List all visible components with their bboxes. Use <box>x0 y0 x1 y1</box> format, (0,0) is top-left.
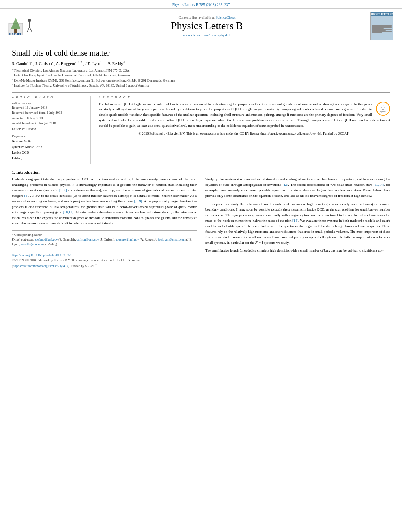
ref-15[interactable]: [15] <box>292 219 298 222</box>
available-date: Available online 31 August 2018 <box>12 121 85 126</box>
kw-2: Quantum Monte Carlo <box>12 144 85 150</box>
authors-line: S. Gandolfia , J. Carlsona , A. Roggeroa… <box>12 61 390 66</box>
kw-3: Lattice QCD <box>12 150 85 155</box>
divider-1 <box>12 92 390 93</box>
editor-line: Editor: W. Haxton <box>12 126 85 132</box>
author4: , J.E. Lynn <box>83 61 101 66</box>
author1-sup: a <box>31 61 32 64</box>
svg-text:ELSEVIER: ELSEVIER <box>9 33 22 35</box>
thumb-title: PHYSICS LETTERS B <box>371 12 393 16</box>
ref-5[interactable]: [5] <box>24 194 29 198</box>
contents-line: Contents lists available at ScienceDirec… <box>51 15 363 19</box>
journal-thumb: PHYSICS LETTERS B <box>370 12 394 40</box>
article-title: Small bits of cold dense matter <box>12 48 390 57</box>
footer-license-link[interactable]: http://creativecommons.org/licenses/by/4… <box>13 264 68 267</box>
email-reddy[interactable]: sareddy@uw.edu <box>21 243 43 246</box>
footnote-area: * Corresponding author. E-mail addresses… <box>12 230 197 247</box>
svg-line-7 <box>30 27 32 31</box>
author3-sup: a, d, * <box>75 61 82 64</box>
ref-6-9[interactable]: [6–9] <box>134 199 142 203</box>
ref-1-4[interactable]: [1–4] <box>59 188 67 192</box>
author2: , J. Carlson <box>33 61 52 66</box>
kw-4: Pairing <box>12 156 85 161</box>
author4-sup: b, c <box>101 61 105 64</box>
header-section: ELSEVIER Contents lists available at Sci… <box>0 9 402 43</box>
article-info-col: A R T I C L E I N F O Article history: R… <box>12 96 91 165</box>
section1-right-para-2: In this paper we study the behavior of s… <box>205 202 390 246</box>
journal-url-link[interactable]: www.elsevier.com/locate/physletb <box>182 33 231 37</box>
journal-bar: Physics Letters B 785 (2018) 232–237 <box>0 0 402 9</box>
email-carlson[interactable]: carlson@lanl.gov <box>76 238 99 241</box>
article-history: Article history: Received 16 January 201… <box>12 102 85 132</box>
svg-line-6 <box>27 27 30 31</box>
abstract-text: The behavior of QCD at high baryon densi… <box>99 102 390 137</box>
check-updates-badge: ✓ Check for updates <box>376 102 390 116</box>
header-center: Contents lists available at ScienceDirec… <box>51 15 363 37</box>
affil-3: c ExtreMe Matter Institute EMMI, GSI Hel… <box>12 78 390 83</box>
journal-bar-link[interactable]: Physics Letters B 785 (2018) 232–237 <box>172 3 230 7</box>
section1-right-para-3: The small lattice length L needed to sim… <box>205 248 390 254</box>
sciencedirect-link[interactable]: ScienceDirect <box>216 15 235 19</box>
kw-1: Neutron Matter <box>12 138 85 144</box>
license-text: © 2018 Published by Elsevier B.V. This i… <box>99 130 390 136</box>
journal-title: Physics Letters B <box>51 20 363 32</box>
email-roggero[interactable]: roggero@lanl.gov <box>116 238 139 241</box>
section1-left-col: Understanding quantitatively the propert… <box>12 177 197 268</box>
abstract-col: A B S T R A C T ✓ Check for updates The … <box>99 96 390 165</box>
main-content: Small bits of cold dense matter S. Gando… <box>0 43 402 274</box>
keywords-section: Keywords: Neutron Matter Quantum Monte C… <box>12 135 85 161</box>
page: Physics Letters B 785 (2018) 232–237 ELS… <box>0 0 402 532</box>
ref-10-11[interactable]: [10,11] <box>63 210 73 214</box>
abstract-body: The behavior of QCD at high baryon densi… <box>99 102 390 128</box>
keywords-label: Keywords: <box>12 135 85 138</box>
received-revised: Received in revised form 2 July 2018 <box>12 110 85 116</box>
email-lynn[interactable]: joel.lynn@gmail.com <box>158 238 186 241</box>
thumb-lines <box>372 25 392 33</box>
affiliations: a Theoretical Division, Los Alamos Natio… <box>12 68 390 88</box>
abstract-label: A B S T R A C T <box>99 96 390 99</box>
email-gandolfi[interactable]: stefano@lanl.gov <box>35 238 58 241</box>
section1-left-para: Understanding quantitatively the propert… <box>12 177 197 226</box>
footnote-emails: E-mail addresses: stefano@lanl.gov (S. G… <box>12 237 197 247</box>
author3: , A. Roggero <box>54 61 75 66</box>
ref-13-14[interactable]: [13,14] <box>374 183 384 187</box>
author5: , S. Reddy <box>106 61 123 66</box>
body-section-1: 1. Introduction Understanding quantitati… <box>12 170 390 268</box>
doi-line: https://doi.org/10.1016/j.physletb.2018.… <box>12 253 197 258</box>
section1-body-cols: Understanding quantitatively the propert… <box>12 177 390 268</box>
affil-4: d Institute for Nuclear Theory, Universi… <box>12 83 390 88</box>
ref-12[interactable]: [12] <box>282 183 288 187</box>
info-abstract-cols: A R T I C L E I N F O Article history: R… <box>12 96 390 165</box>
author2-sup: a <box>52 61 53 64</box>
accepted-date: Accepted 18 July 2018 <box>12 116 85 121</box>
history-label: Article history: <box>12 102 85 105</box>
section1-right-col: Studying the neutron star mass-radius re… <box>205 177 390 268</box>
badge-updates: updates <box>380 111 386 113</box>
footer-license: 0370-2693/© 2018 Published by Elsevier B… <box>12 258 197 269</box>
section1-right-para-1: Studying the neutron star mass-radius re… <box>205 177 390 199</box>
doi-link[interactable]: https://doi.org/10.1016/j.physletb.2018.… <box>12 254 71 257</box>
section1-title: 1. Introduction <box>12 170 390 174</box>
svg-point-3 <box>28 19 31 22</box>
received-date: Received 16 January 2018 <box>12 105 85 111</box>
affil-2: b Institut für Kernphysik, Technische Un… <box>12 73 390 78</box>
article-info-label: A R T I C L E I N F O <box>12 96 85 99</box>
footnote-star: * Corresponding author. <box>12 233 197 237</box>
author1: S. Gandolfi <box>12 61 31 66</box>
journal-url: www.elsevier.com/locate/physletb <box>51 33 363 37</box>
author5-sup: d <box>123 61 125 64</box>
elsevier-logo: ELSEVIER <box>8 15 43 37</box>
svg-rect-2 <box>14 29 17 32</box>
affil-1: a Theoretical Division, Los Alamos Natio… <box>12 68 390 73</box>
